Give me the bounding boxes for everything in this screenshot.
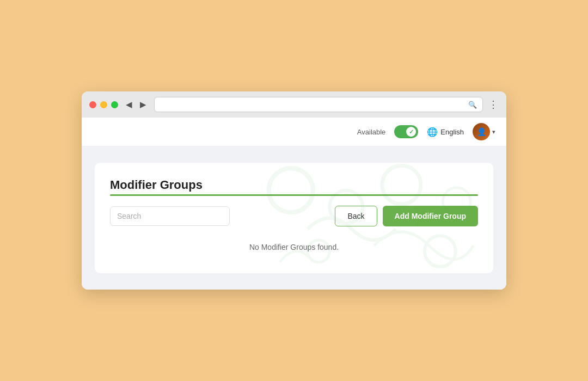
back-nav-button[interactable]: ◀ — [124, 99, 134, 110]
close-button[interactable] — [89, 101, 96, 108]
forward-nav-button[interactable]: ▶ — [138, 99, 149, 110]
search-input[interactable] — [110, 206, 230, 226]
address-input[interactable] — [160, 101, 468, 109]
search-input-wrap — [110, 206, 230, 226]
toggle-check-icon: ✓ — [409, 128, 414, 136]
user-menu[interactable]: 👤 ▾ — [473, 123, 495, 140]
available-label: Available — [357, 128, 386, 136]
avatar-image: 👤 — [477, 127, 486, 136]
globe-icon: 🌐 — [427, 127, 438, 137]
page-topbar: Available ✓ 🌐 English 👤 ▾ — [82, 118, 506, 146]
traffic-lights — [89, 101, 118, 108]
action-buttons: Back Add Modifier Group — [335, 206, 478, 226]
language-selector[interactable]: 🌐 English — [427, 127, 464, 137]
toggle-track[interactable]: ✓ — [394, 125, 418, 138]
menu-dots-icon[interactable]: ⋮ — [488, 99, 499, 110]
title-underline — [110, 194, 478, 196]
available-toggle[interactable]: ✓ — [394, 125, 418, 138]
avatar[interactable]: 👤 — [473, 123, 490, 140]
browser-content: Available ✓ 🌐 English 👤 ▾ — [82, 118, 506, 290]
card-toolbar: Back Add Modifier Group — [110, 206, 478, 226]
page-title: Modifier Groups — [110, 178, 203, 192]
search-icon: 🔍 — [468, 101, 477, 109]
browser-titlebar: ◀ ▶ 🔍 ⋮ — [82, 91, 506, 118]
minimize-button[interactable] — [100, 101, 107, 108]
page-body: Modifier Groups Back Add Modifier Group … — [82, 146, 506, 290]
add-modifier-group-button[interactable]: Add Modifier Group — [383, 206, 478, 226]
maximize-button[interactable] — [111, 101, 118, 108]
nav-buttons: ◀ ▶ — [124, 99, 149, 110]
card-title-wrap: Modifier Groups — [110, 178, 478, 196]
browser-window: ◀ ▶ 🔍 ⋮ Available ✓ 🌐 English — [82, 91, 506, 290]
empty-state-message: No Modifier Groups found. — [110, 237, 478, 251]
back-button[interactable]: Back — [335, 206, 377, 226]
language-label: English — [440, 128, 464, 136]
modifier-groups-card: Modifier Groups Back Add Modifier Group … — [95, 163, 493, 273]
chevron-down-icon: ▾ — [492, 128, 495, 136]
address-bar[interactable]: 🔍 — [154, 97, 483, 112]
toggle-thumb: ✓ — [406, 127, 416, 137]
